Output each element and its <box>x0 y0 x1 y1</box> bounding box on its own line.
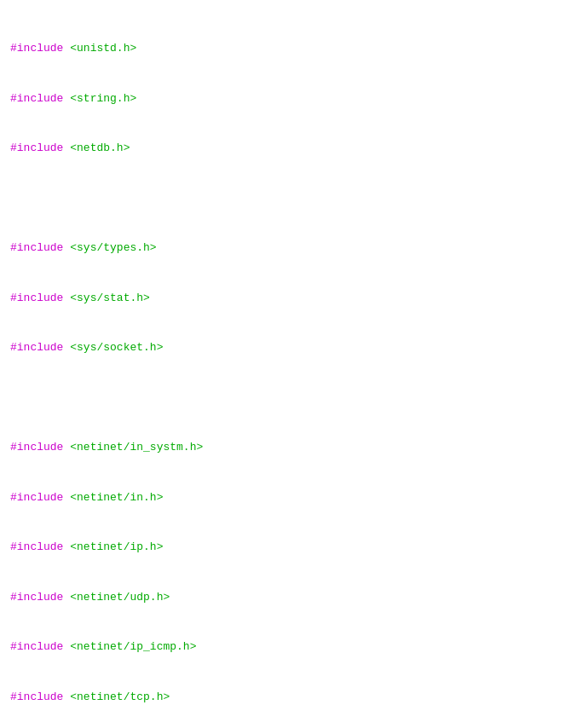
line-11: #include <netinet/ip.h> <box>10 539 578 556</box>
keyword-include: #include <box>10 640 63 653</box>
keyword-include: #include <box>10 441 63 454</box>
keyword-include: #include <box>10 491 63 504</box>
header-file: <netdb.h> <box>70 142 130 154</box>
line-8 <box>10 390 578 407</box>
header-file: <netinet/udp.h> <box>70 591 170 604</box>
header-file: <string.h> <box>70 92 136 105</box>
line-2: #include <string.h> <box>10 90 578 107</box>
keyword-include: #include <box>10 241 63 254</box>
header-file: <netinet/in.h> <box>70 491 163 504</box>
keyword-include: #include <box>10 591 63 604</box>
line-6: #include <sys/stat.h> <box>10 290 578 307</box>
line-1: #include <unistd.h> <box>10 40 578 57</box>
line-7: #include <sys/socket.h> <box>10 339 578 356</box>
line-3: #include <netdb.h> <box>10 140 578 157</box>
keyword-include: #include <box>10 292 63 304</box>
keyword-include: #include <box>10 341 63 354</box>
header-file: <netinet/ip_icmp.h> <box>70 640 196 653</box>
line-4 <box>10 190 578 207</box>
line-13: #include <netinet/ip_icmp.h> <box>10 639 578 656</box>
header-file: <sys/stat.h> <box>70 292 150 304</box>
line-9: #include <netinet/in_systm.h> <box>10 439 578 456</box>
header-file: <netinet/in_systm.h> <box>70 441 203 454</box>
header-file: <unistd.h> <box>70 42 136 55</box>
keyword-include: #include <box>10 42 63 55</box>
keyword-include: #include <box>10 142 63 154</box>
header-file: <netinet/ip.h> <box>70 540 163 553</box>
keyword-include: #include <box>10 540 63 553</box>
line-5: #include <sys/types.h> <box>10 240 578 257</box>
keyword-include: #include <box>10 92 63 105</box>
header-file: <sys/types.h> <box>70 241 156 254</box>
line-12: #include <netinet/udp.h> <box>10 589 578 606</box>
header-file: <sys/socket.h> <box>70 341 163 354</box>
line-14: #include <netinet/tcp.h> <box>10 689 578 706</box>
code-block: #include <unistd.h> #include <string.h> … <box>10 7 578 705</box>
line-10: #include <netinet/in.h> <box>10 489 578 506</box>
keyword-include: #include <box>10 691 63 703</box>
header-file: <netinet/tcp.h> <box>70 691 170 703</box>
